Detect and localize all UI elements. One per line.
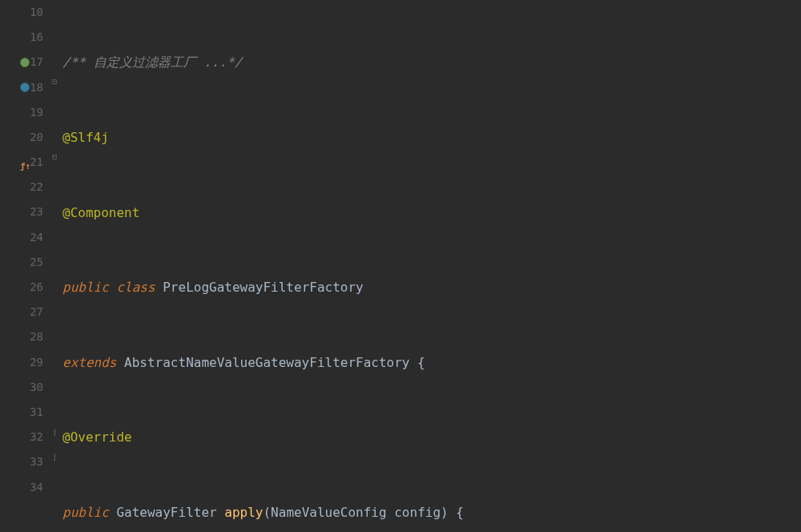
- line-number: 33: [26, 451, 43, 473]
- gutter-row: 24: [0, 225, 43, 250]
- gutter-row: 16: [0, 25, 43, 50]
- line-number: 22: [26, 176, 43, 198]
- line-number: 10: [26, 2, 43, 23]
- implements-icon[interactable]: [19, 82, 30, 93]
- comment-text: /** 自定义过滤器工厂 ...*/: [62, 50, 242, 75]
- line-number: 29: [26, 352, 43, 373]
- line-number: 16: [26, 26, 43, 48]
- line-number: 19: [26, 102, 43, 123]
- gutter-row: 28: [0, 324, 43, 349]
- line-number: 34: [26, 477, 43, 498]
- gutter-row: 31: [0, 400, 43, 425]
- fold-toggle-icon[interactable]: ⊟: [51, 154, 58, 160]
- fold-close-icon[interactable]: ⌋: [51, 429, 58, 436]
- code-line[interactable]: extends AbstractNameValueGatewayFilterFa…: [62, 350, 801, 375]
- annotation-text: @Slf4j: [62, 125, 109, 150]
- code-line[interactable]: public GatewayFilter apply(NameValueConf…: [62, 500, 801, 525]
- code-line[interactable]: /** 自定义过滤器工厂 ...*/: [62, 50, 801, 75]
- line-number: 26: [26, 276, 43, 298]
- line-number: 25: [26, 252, 43, 273]
- line-number: 28: [26, 326, 43, 348]
- override-icon[interactable]: ƒ↑: [19, 157, 30, 168]
- gutter-row: 25: [0, 250, 43, 275]
- gutter-row: 23: [0, 200, 43, 225]
- line-number: 23: [26, 201, 43, 223]
- gutter-row: 34: [0, 475, 43, 500]
- gutter-row: 19: [0, 100, 43, 125]
- fold-stripe: ⊟ ⊟ ⌋ ⌋: [50, 0, 59, 532]
- line-number: 32: [26, 426, 43, 448]
- fold-close-icon[interactable]: ⌋: [51, 454, 58, 461]
- code-line[interactable]: @Override: [62, 425, 801, 449]
- line-number: 31: [26, 401, 43, 423]
- gutter-row: 30: [0, 375, 43, 400]
- line-number: 24: [26, 227, 43, 248]
- line-number: 27: [26, 301, 43, 323]
- line-number: 30: [26, 377, 43, 398]
- code-area[interactable]: /** 自定义过滤器工厂 ...*/ @Slf4j @Component pub…: [59, 0, 801, 532]
- gutter-row: 27: [0, 300, 43, 324]
- gutter-row: 20: [0, 125, 43, 150]
- gutter-row: 18: [0, 75, 43, 100]
- line-number: 20: [26, 127, 43, 148]
- fold-toggle-icon[interactable]: ⊟: [51, 79, 58, 85]
- code-editor[interactable]: 10 16 17 18 19 20 ƒ↑21 22 23 24 25 26 27…: [0, 0, 801, 532]
- annotation-text: @Component: [62, 200, 139, 225]
- gutter-row: 22: [0, 175, 43, 200]
- spring-bean-icon[interactable]: [19, 57, 30, 68]
- gutter-row: 29: [0, 350, 43, 375]
- gutter-row: 17: [0, 50, 43, 75]
- gutter-row: ƒ↑21: [0, 150, 43, 175]
- code-line[interactable]: public class PreLogGatewayFilterFactory: [62, 275, 801, 300]
- gutter-row: 26: [0, 275, 43, 300]
- gutter-row: 33: [0, 449, 43, 474]
- gutter-row: 32: [0, 425, 43, 449]
- gutter: 10 16 17 18 19 20 ƒ↑21 22 23 24 25 26 27…: [0, 0, 50, 532]
- code-line[interactable]: @Slf4j: [62, 125, 801, 150]
- code-line[interactable]: @Component: [62, 200, 801, 225]
- gutter-row: 10: [0, 0, 43, 25]
